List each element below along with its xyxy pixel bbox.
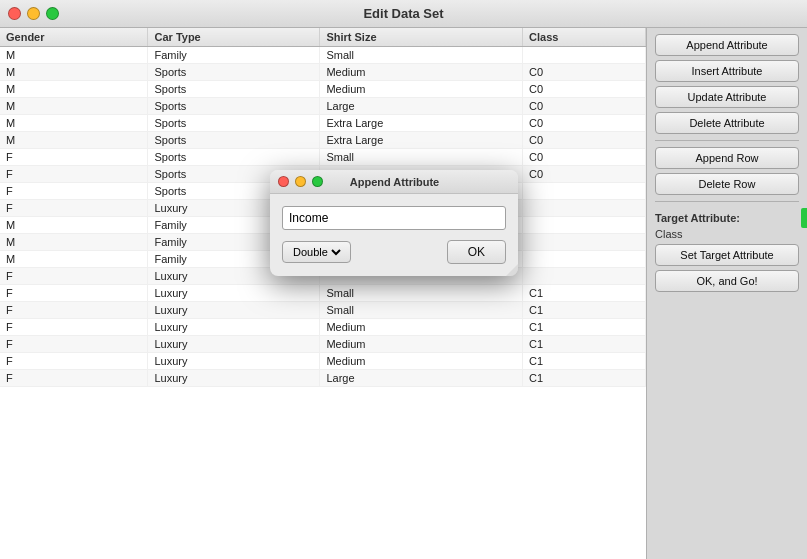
table-row: FLuxuryLargeC1 xyxy=(0,370,646,387)
modal-footer: Double String Integer OK xyxy=(282,240,506,264)
close-button[interactable] xyxy=(8,7,21,20)
table-row: MSportsMediumC0 xyxy=(0,81,646,98)
target-attribute-value: Class xyxy=(655,228,799,240)
table-area: Gender Car Type Shirt Size Class MFamily… xyxy=(0,28,647,559)
title-bar: Edit Data Set xyxy=(0,0,807,28)
window-title: Edit Data Set xyxy=(363,6,443,21)
main-layout: Gender Car Type Shirt Size Class MFamily… xyxy=(0,28,807,559)
green-indicator xyxy=(801,208,807,228)
minimize-button[interactable] xyxy=(27,7,40,20)
modal-ok-button[interactable]: OK xyxy=(447,240,506,264)
type-select[interactable]: Double String Integer xyxy=(289,245,344,259)
delete-attribute-button[interactable]: Delete Attribute xyxy=(655,112,799,134)
append-attribute-dialog: Append Attribute Double String Integer O… xyxy=(270,170,518,276)
table-row: FLuxuryMediumC1 xyxy=(0,319,646,336)
table-row: FSportsSmallC0 xyxy=(0,149,646,166)
type-selector-wrapper[interactable]: Double String Integer xyxy=(282,241,351,263)
resize-handle[interactable] xyxy=(506,264,518,276)
table-row: MSportsExtra LargeC0 xyxy=(0,115,646,132)
modal-title: Append Attribute xyxy=(279,176,510,188)
table-row: FLuxuryMediumC1 xyxy=(0,336,646,353)
modal-title-bar: Append Attribute xyxy=(270,170,518,194)
table-row: FLuxurySmallC1 xyxy=(0,302,646,319)
title-bar-buttons xyxy=(8,7,59,20)
modal-body: Double String Integer OK xyxy=(270,194,518,276)
col-header-cartype: Car Type xyxy=(148,28,320,47)
table-row: FLuxurySmallC1 xyxy=(0,285,646,302)
sidebar: Append Attribute Insert Attribute Update… xyxy=(647,28,807,559)
divider-2 xyxy=(655,201,799,202)
attribute-name-input[interactable] xyxy=(282,206,506,230)
table-header-row: Gender Car Type Shirt Size Class xyxy=(0,28,646,47)
table-row: MSportsLargeC0 xyxy=(0,98,646,115)
col-header-class: Class xyxy=(523,28,646,47)
maximize-button[interactable] xyxy=(46,7,59,20)
table-row: FLuxuryMediumC1 xyxy=(0,353,646,370)
append-attribute-button[interactable]: Append Attribute xyxy=(655,34,799,56)
divider-1 xyxy=(655,140,799,141)
append-row-button[interactable]: Append Row xyxy=(655,147,799,169)
table-row: MSportsExtra LargeC0 xyxy=(0,132,646,149)
ok-and-go-button[interactable]: OK, and Go! xyxy=(655,270,799,292)
target-attribute-header: Target Attribute: xyxy=(655,212,799,224)
col-header-shirtsize: Shirt Size xyxy=(320,28,523,47)
delete-row-button[interactable]: Delete Row xyxy=(655,173,799,195)
insert-attribute-button[interactable]: Insert Attribute xyxy=(655,60,799,82)
table-row: MSportsMediumC0 xyxy=(0,64,646,81)
col-header-gender: Gender xyxy=(0,28,148,47)
table-row: MFamilySmall xyxy=(0,47,646,64)
set-target-attribute-button[interactable]: Set Target Attribute xyxy=(655,244,799,266)
update-attribute-button[interactable]: Update Attribute xyxy=(655,86,799,108)
